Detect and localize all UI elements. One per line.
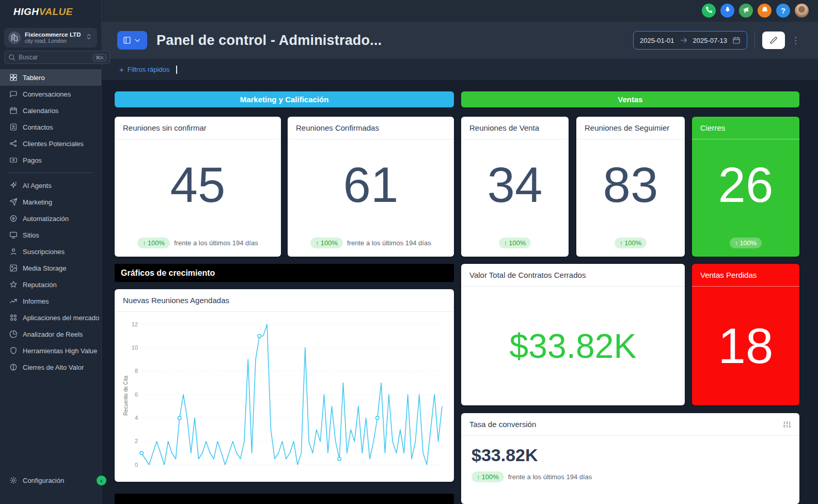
- edit-dashboard-button[interactable]: [762, 32, 785, 49]
- sidebar-item-suscripciones[interactable]: Suscripciones: [0, 243, 101, 260]
- sidebar-item-clientes-potenciales[interactable]: Clientes Potenciales: [0, 135, 101, 152]
- sidebar-item-herramientas-high-value[interactable]: Herramientas High Value: [0, 342, 101, 359]
- sidebar-item-label: Reputación: [23, 281, 57, 289]
- svg-text:6: 6: [135, 391, 138, 398]
- contacts-icon: [9, 123, 18, 131]
- arrow-up-icon: ↑: [143, 239, 146, 247]
- megaphone-glyph-icon: [742, 6, 750, 16]
- megaphone-icon[interactable]: [739, 4, 753, 18]
- sidebar-item-automatizacion[interactable]: Automatización: [0, 210, 101, 227]
- header-controls: 2025-01-01 2025-07-13 ⋮: [633, 31, 800, 50]
- bell-glyph-icon: [761, 6, 769, 16]
- search-row: ⌘K: [4, 51, 97, 64]
- arrow-up-icon: ↑: [620, 239, 623, 247]
- add-filter-icon[interactable]: +: [119, 65, 124, 74]
- account-switcher[interactable]: Fixiecommerce LTD city road, London: [4, 28, 97, 48]
- kpi-title: Cierres: [692, 117, 799, 139]
- sidebar-item-label: Cierres de Alto Valor: [23, 364, 84, 371]
- arrow-up-icon: ↑: [316, 239, 319, 247]
- date-range-picker[interactable]: 2025-01-01 2025-07-13: [633, 31, 747, 50]
- sidebar-item-media-storage[interactable]: Media Storage: [0, 260, 101, 276]
- sidebar-item-pagos[interactable]: Pagos: [0, 152, 101, 168]
- badge-value: 100%: [624, 239, 641, 247]
- brand-logo-primary: HIGH: [13, 6, 39, 18]
- search-input[interactable]: [19, 54, 90, 61]
- kpi-card-reuniones-sin-confirmar: Reuniones sin confirmar 45 ↑100% frente …: [115, 117, 281, 257]
- date-start-value[interactable]: 2025-01-01: [640, 37, 674, 44]
- calendar-icon: [9, 106, 18, 115]
- section-header-ventas: Ventas: [461, 91, 799, 107]
- sidebar-collapse-button[interactable]: ‹: [97, 476, 106, 485]
- sparkle-icon: [9, 181, 18, 190]
- sidebar-item-cierres-de-alto-valor[interactable]: Cierres de Alto Valor: [0, 359, 101, 375]
- quick-filters-link[interactable]: Filtros rápidos: [128, 66, 170, 73]
- arrow-up-icon: ↑: [504, 239, 508, 247]
- trend-badge: ↑100%: [499, 238, 531, 248]
- sidebar-item-label: Automatización: [23, 215, 69, 223]
- trend-badge: ↑100%: [615, 238, 647, 248]
- chevrons-updown-icon: [85, 33, 93, 43]
- apps-icon: [9, 313, 18, 322]
- badge-value: 100%: [482, 473, 499, 481]
- sidebar-item-tablero[interactable]: Tablero: [0, 69, 101, 86]
- bell-icon[interactable]: [758, 4, 772, 18]
- gear-icon: [9, 476, 18, 484]
- sidebar-item-calendarios[interactable]: Calendarios: [0, 102, 101, 119]
- sidebar-item-label: Informes: [23, 297, 49, 305]
- kpi-value: 83: [576, 143, 685, 227]
- kpi-card-reuniones-de-venta: Reuniones de Venta 34 ↑100%: [461, 117, 569, 257]
- kpi-title: Reuniones sin confirmar: [115, 117, 281, 139]
- media-icon: [9, 264, 18, 272]
- user-avatar[interactable]: [795, 4, 809, 18]
- sidebar-item-marketing[interactable]: Marketing: [0, 194, 101, 210]
- dashboard-content: Marketing y Calificación Ventas Reunione…: [102, 80, 818, 504]
- sidebar-item-label: Calendarios: [23, 107, 58, 115]
- kpi-value: 61: [288, 143, 454, 227]
- sidebar-item-ai-agents[interactable]: AI Agents: [0, 177, 101, 194]
- sidebar-item-reputacion[interactable]: Reputación: [0, 276, 101, 293]
- sidebar-item-analizador-de-reels[interactable]: Analizador de Reels: [0, 326, 101, 342]
- line-chart: 024681012Recuento de Cita: [122, 318, 447, 479]
- sidebar-item-configuracion[interactable]: Configuración: [0, 472, 101, 489]
- card-title: Ventas Perdidas: [692, 264, 799, 287]
- search-shortcut: ⌘K: [93, 54, 106, 61]
- sidebar-item-label: Clientes Potenciales: [23, 140, 84, 148]
- sidebar-item-label: AI Agents: [23, 182, 52, 190]
- phone-icon[interactable]: [702, 4, 716, 18]
- calendar-icon[interactable]: [732, 36, 741, 44]
- sidebar-item-label: Media Storage: [23, 264, 67, 272]
- text-cursor: [176, 66, 177, 74]
- kpi-value: 26: [692, 143, 799, 227]
- sidebar: HIGHVALUE Fixiecommerce LTD city road, L…: [0, 0, 102, 504]
- sidebar-divider: [8, 172, 93, 173]
- kpi-value: 45: [115, 143, 281, 227]
- svg-text:10: 10: [132, 344, 138, 351]
- sidebar-item-sitios[interactable]: Sitios: [0, 227, 101, 243]
- chart-card-nuevas-reuniones: Nuevas Reuniones Agendadas 024681012Recu…: [115, 289, 454, 482]
- sidebar-item-informes[interactable]: Informes: [0, 293, 101, 309]
- lost-sales-card: Ventas Perdidas 18: [692, 264, 799, 405]
- sidebar-item-contactos[interactable]: Contactos: [0, 119, 101, 135]
- brand-logo: HIGHVALUE: [0, 0, 101, 24]
- help-icon[interactable]: ?: [776, 4, 790, 18]
- dashboard-view-button[interactable]: [117, 31, 147, 50]
- badge-value: 100%: [321, 239, 338, 247]
- dashboard-icon: [9, 73, 18, 82]
- sidebar-item-aplicaciones-del-mercado[interactable]: Aplicaciones del mercado: [0, 309, 101, 326]
- sidebar-item-conversaciones[interactable]: Conversaciones: [0, 86, 101, 102]
- topbar: ?: [102, 0, 818, 22]
- trend-badge: ↑100%: [310, 238, 343, 248]
- launchpad-icon[interactable]: [720, 4, 734, 18]
- search-box[interactable]: ⌘K: [4, 51, 110, 64]
- more-options-button[interactable]: ⋮: [791, 35, 800, 46]
- sliders-icon[interactable]: [783, 420, 791, 429]
- trend-badge: ↑100%: [471, 471, 504, 482]
- kpi-title: Reuniones de Seguimier: [576, 117, 685, 139]
- sidebar-item-label: Sitios: [23, 231, 39, 239]
- page-header: Panel de control - Administrado... 2025-…: [102, 22, 818, 59]
- date-end-value[interactable]: 2025-07-13: [693, 37, 728, 44]
- kpi-footer: ↑100%: [461, 238, 569, 248]
- automation-icon: [9, 214, 18, 223]
- section-header-partial: [115, 494, 454, 504]
- svg-text:8: 8: [135, 368, 138, 374]
